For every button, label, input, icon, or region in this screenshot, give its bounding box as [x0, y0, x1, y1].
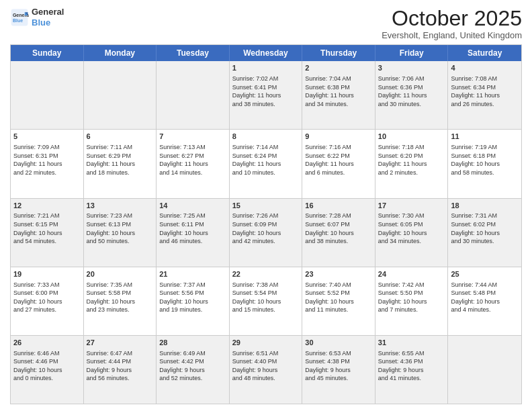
cell-text: Sunrise: 7:31 AM Sunset: 6:02 PM Dayligh…	[451, 212, 519, 245]
header-day-wednesday: Wednesday	[230, 45, 303, 61]
cell-text: Sunrise: 6:47 AM Sunset: 4:44 PM Dayligh…	[87, 349, 154, 383]
day-number: 21	[159, 269, 226, 279]
day-number: 15	[232, 201, 300, 211]
day-number: 26	[13, 338, 81, 348]
calendar-cell: 25Sunrise: 7:44 AM Sunset: 5:48 PM Dayli…	[448, 267, 521, 335]
calendar-cell: 17Sunrise: 7:30 AM Sunset: 6:05 PM Dayli…	[375, 199, 449, 267]
calendar-cell: 6Sunrise: 7:11 AM Sunset: 6:29 PM Daylig…	[84, 130, 157, 197]
cell-text: Sunrise: 7:08 AM Sunset: 6:34 PM Dayligh…	[451, 75, 519, 108]
cell-text: Sunrise: 7:23 AM Sunset: 6:13 PM Dayligh…	[87, 212, 154, 245]
day-number: 6	[87, 132, 154, 142]
cell-text: Sunrise: 6:53 AM Sunset: 4:38 PM Dayligh…	[305, 349, 372, 383]
cell-text: Sunrise: 6:49 AM Sunset: 4:42 PM Dayligh…	[159, 349, 226, 383]
day-number: 28	[159, 338, 226, 348]
header: General Blue General Blue October 2025 E…	[10, 7, 522, 40]
day-number: 19	[13, 269, 81, 279]
cell-text: Sunrise: 7:11 AM Sunset: 6:29 PM Dayligh…	[87, 143, 154, 177]
header-day-sunday: Sunday	[11, 45, 84, 61]
cell-text: Sunrise: 7:16 AM Sunset: 6:22 PM Dayligh…	[305, 143, 372, 177]
calendar-row-3: 19Sunrise: 7:33 AM Sunset: 6:00 PM Dayli…	[11, 267, 521, 335]
calendar-cell: 18Sunrise: 7:31 AM Sunset: 6:02 PM Dayli…	[448, 199, 521, 267]
calendar-cell: 9Sunrise: 7:16 AM Sunset: 6:22 PM Daylig…	[302, 130, 375, 197]
day-number: 30	[305, 338, 372, 348]
day-number: 12	[13, 201, 81, 211]
cell-text: Sunrise: 7:06 AM Sunset: 6:36 PM Dayligh…	[378, 75, 445, 108]
day-number: 9	[305, 132, 372, 142]
header-day-tuesday: Tuesday	[157, 45, 230, 61]
cell-text: Sunrise: 7:18 AM Sunset: 6:20 PM Dayligh…	[378, 143, 445, 177]
header-day-friday: Friday	[375, 45, 449, 61]
calendar-cell: 28Sunrise: 6:49 AM Sunset: 4:42 PM Dayli…	[157, 336, 230, 404]
day-number: 1	[232, 63, 300, 73]
calendar-cell: 19Sunrise: 7:33 AM Sunset: 6:00 PM Dayli…	[11, 267, 84, 335]
calendar-cell: 1Sunrise: 7:02 AM Sunset: 6:41 PM Daylig…	[230, 61, 303, 129]
day-number: 5	[13, 132, 81, 142]
calendar-cell: 4Sunrise: 7:08 AM Sunset: 6:34 PM Daylig…	[448, 61, 521, 129]
calendar-cell: 12Sunrise: 7:21 AM Sunset: 6:15 PM Dayli…	[11, 199, 84, 267]
day-number: 23	[305, 269, 372, 279]
cell-text: Sunrise: 7:02 AM Sunset: 6:41 PM Dayligh…	[232, 75, 300, 108]
header-day-saturday: Saturday	[448, 45, 521, 61]
day-number: 20	[87, 269, 154, 279]
calendar-cell: 5Sunrise: 7:09 AM Sunset: 6:31 PM Daylig…	[11, 130, 84, 197]
day-number: 13	[87, 201, 154, 211]
calendar-cell: 31Sunrise: 6:55 AM Sunset: 4:36 PM Dayli…	[375, 336, 449, 404]
calendar-cell: 16Sunrise: 7:28 AM Sunset: 6:07 PM Dayli…	[302, 199, 375, 267]
calendar-cell: 7Sunrise: 7:13 AM Sunset: 6:27 PM Daylig…	[157, 130, 230, 197]
cell-text: Sunrise: 7:33 AM Sunset: 6:00 PM Dayligh…	[13, 281, 81, 314]
day-number: 3	[378, 63, 445, 73]
header-day-monday: Monday	[84, 45, 157, 61]
cell-text: Sunrise: 7:13 AM Sunset: 6:27 PM Dayligh…	[159, 143, 226, 177]
cell-text: Sunrise: 7:40 AM Sunset: 5:52 PM Dayligh…	[305, 281, 372, 314]
day-number: 14	[159, 201, 226, 211]
calendar-cell: 22Sunrise: 7:38 AM Sunset: 5:54 PM Dayli…	[230, 267, 303, 335]
day-number: 16	[305, 201, 372, 211]
svg-text:Blue: Blue	[13, 18, 23, 23]
cell-text: Sunrise: 7:30 AM Sunset: 6:05 PM Dayligh…	[378, 212, 445, 245]
calendar-cell: 2Sunrise: 7:04 AM Sunset: 6:38 PM Daylig…	[302, 61, 375, 129]
cell-text: Sunrise: 7:38 AM Sunset: 5:54 PM Dayligh…	[232, 281, 300, 314]
logo-text: General Blue	[32, 7, 64, 28]
location: Eversholt, England, United Kingdom	[382, 30, 522, 40]
month-title: October 2025	[382, 7, 522, 30]
calendar-cell: 3Sunrise: 7:06 AM Sunset: 6:36 PM Daylig…	[375, 61, 449, 129]
header-day-thursday: Thursday	[302, 45, 375, 61]
day-number: 24	[378, 269, 445, 279]
cell-text: Sunrise: 7:04 AM Sunset: 6:38 PM Dayligh…	[305, 75, 372, 108]
calendar-cell: 10Sunrise: 7:18 AM Sunset: 6:20 PM Dayli…	[375, 130, 449, 197]
page: General Blue General Blue October 2025 E…	[0, 0, 532, 411]
calendar-body: 1Sunrise: 7:02 AM Sunset: 6:41 PM Daylig…	[11, 61, 521, 404]
logo-line1: General	[32, 7, 64, 17]
calendar-cell: 21Sunrise: 7:37 AM Sunset: 5:56 PM Dayli…	[157, 267, 230, 335]
day-number: 31	[378, 338, 445, 348]
day-number: 29	[232, 338, 300, 348]
logo-line2: Blue	[32, 17, 50, 28]
logo: General Blue General Blue	[10, 7, 64, 28]
cell-text: Sunrise: 7:25 AM Sunset: 6:11 PM Dayligh…	[159, 212, 226, 245]
calendar-cell: 24Sunrise: 7:42 AM Sunset: 5:50 PM Dayli…	[375, 267, 449, 335]
calendar-header: SundayMondayTuesdayWednesdayThursdayFrid…	[11, 45, 521, 61]
cell-text: Sunrise: 7:21 AM Sunset: 6:15 PM Dayligh…	[13, 212, 81, 245]
calendar-cell	[84, 61, 157, 129]
cell-text: Sunrise: 7:35 AM Sunset: 5:58 PM Dayligh…	[87, 281, 154, 314]
day-number: 17	[378, 201, 445, 211]
calendar-cell: 13Sunrise: 7:23 AM Sunset: 6:13 PM Dayli…	[84, 199, 157, 267]
logo-icon: General Blue	[10, 8, 29, 27]
cell-text: Sunrise: 6:51 AM Sunset: 4:40 PM Dayligh…	[232, 349, 300, 383]
calendar-row-2: 12Sunrise: 7:21 AM Sunset: 6:15 PM Dayli…	[11, 198, 521, 267]
cell-text: Sunrise: 7:26 AM Sunset: 6:09 PM Dayligh…	[232, 212, 300, 245]
title-block: October 2025 Eversholt, England, United …	[382, 7, 522, 40]
calendar-cell: 8Sunrise: 7:14 AM Sunset: 6:24 PM Daylig…	[230, 130, 303, 197]
day-number: 22	[232, 269, 300, 279]
day-number: 25	[451, 269, 519, 279]
calendar-cell: 23Sunrise: 7:40 AM Sunset: 5:52 PM Dayli…	[302, 267, 375, 335]
day-number: 8	[232, 132, 300, 142]
calendar: SundayMondayTuesdayWednesdayThursdayFrid…	[10, 44, 522, 404]
calendar-cell: 27Sunrise: 6:47 AM Sunset: 4:44 PM Dayli…	[84, 336, 157, 404]
calendar-cell: 26Sunrise: 6:46 AM Sunset: 4:46 PM Dayli…	[11, 336, 84, 404]
cell-text: Sunrise: 6:55 AM Sunset: 4:36 PM Dayligh…	[378, 349, 445, 383]
calendar-cell: 14Sunrise: 7:25 AM Sunset: 6:11 PM Dayli…	[157, 199, 230, 267]
day-number: 27	[87, 338, 154, 348]
cell-text: Sunrise: 7:28 AM Sunset: 6:07 PM Dayligh…	[305, 212, 372, 245]
cell-text: Sunrise: 7:42 AM Sunset: 5:50 PM Dayligh…	[378, 281, 445, 314]
